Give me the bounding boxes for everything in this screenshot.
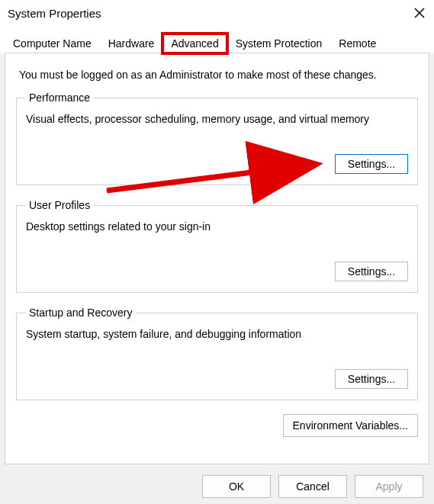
startup-recovery-settings-button[interactable]: Settings...	[335, 369, 408, 389]
group-user-profiles-legend: User Profiles	[26, 199, 93, 211]
environment-variables-button[interactable]: Environment Variables...	[283, 414, 418, 437]
close-icon	[414, 8, 425, 18]
startup-recovery-description: System startup, system failure, and debu…	[26, 328, 408, 340]
group-startup-recovery: Startup and Recovery System startup, sys…	[16, 307, 418, 400]
tab-advanced[interactable]: Advanced	[162, 34, 227, 53]
cancel-button[interactable]: Cancel	[278, 475, 347, 498]
tab-bar: Computer Name Hardware Advanced System P…	[0, 23, 434, 53]
user-profiles-description: Desktop settings related to your sign-in	[26, 220, 408, 233]
close-button[interactable]	[413, 6, 426, 20]
tab-panel-advanced: You must be logged on as an Administrato…	[5, 53, 429, 464]
user-profiles-settings-button[interactable]: Settings...	[335, 262, 408, 281]
performance-settings-button[interactable]: Settings...	[335, 154, 408, 174]
ok-button[interactable]: OK	[202, 475, 271, 498]
tab-system-protection[interactable]: System Protection	[227, 34, 331, 53]
performance-description: Visual effects, processor scheduling, me…	[26, 113, 408, 125]
dialog-footer: OK Cancel Apply	[202, 475, 423, 498]
window-title: System Properties	[8, 7, 101, 20]
group-startup-recovery-legend: Startup and Recovery	[26, 307, 135, 319]
tab-remote[interactable]: Remote	[330, 34, 384, 53]
group-user-profiles: User Profiles Desktop settings related t…	[16, 199, 418, 293]
admin-notice: You must be logged on as an Administrato…	[19, 69, 415, 81]
group-performance-legend: Performance	[26, 91, 93, 104]
tab-computer-name[interactable]: Computer Name	[5, 34, 100, 53]
group-performance: Performance Visual effects, processor sc…	[16, 91, 418, 185]
titlebar: System Properties	[0, 0, 434, 23]
tab-hardware[interactable]: Hardware	[100, 34, 163, 53]
apply-button: Apply	[355, 475, 423, 498]
